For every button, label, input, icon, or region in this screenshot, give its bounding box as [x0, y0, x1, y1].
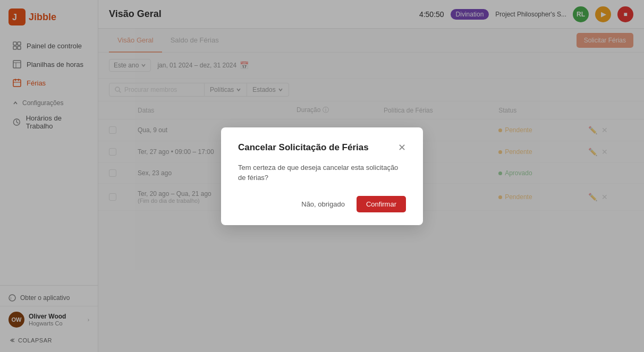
modal-confirm-button[interactable]: Confirmar [357, 196, 406, 212]
modal-body: Tem certeza de que deseja cancelar esta … [238, 162, 406, 183]
modal-cancel-button[interactable]: Não, obrigado [295, 196, 351, 212]
cancel-modal: Cancelar Solicitação de Férias ✕ Tem cer… [221, 127, 423, 225]
modal-overlay[interactable]: Cancelar Solicitação de Férias ✕ Tem cer… [98, 0, 644, 352]
modal-header: Cancelar Solicitação de Férias ✕ [238, 142, 406, 153]
modal-title: Cancelar Solicitação de Férias [238, 142, 369, 153]
main-area: Visão Geral 4:50:50 Divination Project P… [98, 0, 644, 352]
modal-close-icon[interactable]: ✕ [398, 143, 406, 152]
modal-footer: Não, obrigado Confirmar [238, 196, 406, 212]
